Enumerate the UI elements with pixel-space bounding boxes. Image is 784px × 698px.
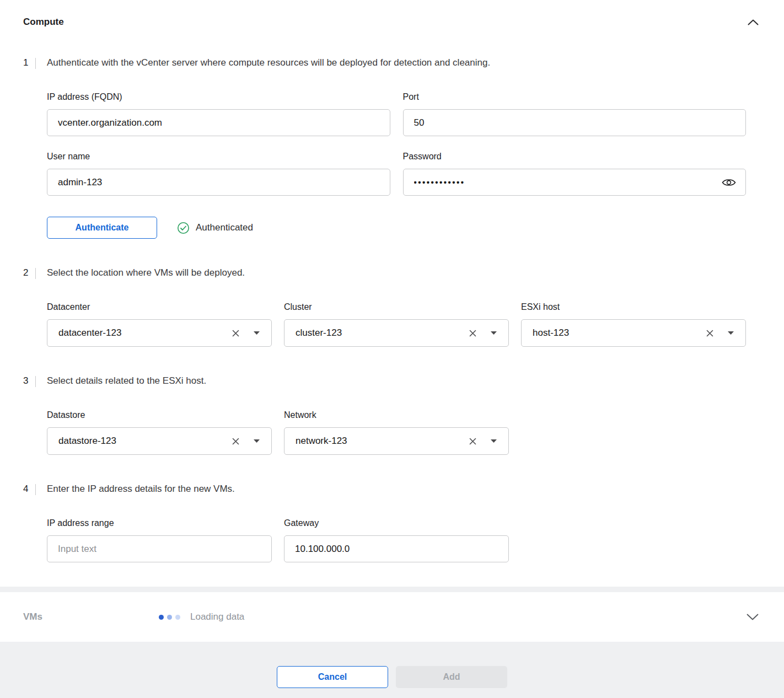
network-combobox[interactable]: network-123 (284, 427, 509, 455)
step-divider (35, 484, 36, 495)
cluster-field: Cluster cluster-123 (284, 302, 509, 347)
clear-selection-button[interactable] (466, 327, 479, 340)
section-title: Compute (23, 17, 64, 28)
compute-section-header: Compute (23, 17, 761, 28)
chevron-down-icon (747, 614, 759, 620)
step-description: Select the location where VMs will be de… (47, 267, 245, 278)
check-circle-icon (177, 222, 190, 234)
password-input[interactable] (403, 169, 747, 196)
combobox-value: network-123 (296, 436, 466, 447)
clear-x-icon (469, 329, 477, 337)
authenticate-button[interactable]: Authenticate (47, 217, 157, 239)
step-number: 4 (23, 484, 35, 495)
loading-dot (175, 615, 180, 620)
step-divider (35, 268, 36, 279)
add-button[interactable]: Add (396, 666, 507, 688)
vms-section-title: VMs (23, 611, 159, 622)
port-field: Port (403, 92, 747, 136)
step-divider (35, 376, 36, 387)
compute-section: Compute 1 Authenticate with the vCenter … (0, 0, 784, 587)
port-label: Port (403, 92, 747, 102)
step-number: 3 (23, 375, 35, 386)
chevron-down-icon[interactable] (251, 329, 262, 337)
chevron-down-icon[interactable] (251, 437, 262, 445)
datacenter-combobox[interactable]: datacenter-123 (47, 319, 272, 347)
ip-range-label: IP address range (47, 518, 272, 528)
esxi-host-combobox[interactable]: host-123 (521, 319, 746, 347)
ip-range-input[interactable] (47, 535, 272, 562)
combobox-value: cluster-123 (296, 327, 466, 339)
combobox-value: datastore-123 (58, 436, 229, 447)
step-number: 2 (23, 267, 35, 278)
clear-x-icon (469, 437, 477, 445)
ip-address-label: IP address (FQDN) (47, 92, 390, 102)
datacenter-field: Datacenter datacenter-123 (47, 302, 272, 347)
footer-actions: Cancel Add (0, 648, 784, 698)
eye-icon (722, 178, 736, 187)
cluster-label: Cluster (284, 302, 509, 312)
auth-status-text: Authenticated (196, 222, 253, 233)
step-description: Enter the IP address details for the new… (47, 484, 235, 495)
esxi-host-field: ESXi host host-123 (521, 302, 746, 347)
ip-address-input[interactable] (47, 109, 390, 136)
clear-selection-button[interactable] (229, 435, 242, 448)
step-location: 2 Select the location where VMs will be … (23, 267, 761, 347)
username-input[interactable] (47, 169, 390, 196)
step-heading: 2 Select the location where VMs will be … (23, 267, 761, 279)
gateway-label: Gateway (284, 518, 509, 528)
step-ip-details: 4 Enter the IP address details for the n… (23, 484, 761, 562)
password-label: Password (403, 152, 747, 162)
step-description: Authenticate with the vCenter server whe… (47, 57, 490, 68)
datacenter-label: Datacenter (47, 302, 272, 312)
chevron-down-icon[interactable] (725, 329, 737, 337)
step-divider (35, 58, 36, 69)
chevron-down-icon[interactable] (488, 329, 500, 337)
step-heading: 4 Enter the IP address details for the n… (23, 484, 761, 495)
clear-x-icon (232, 329, 240, 337)
step-heading: 1 Authenticate with the vCenter server w… (23, 57, 761, 69)
esxi-host-label: ESXi host (521, 302, 746, 312)
collapse-section-button[interactable] (745, 17, 761, 28)
chevron-down-icon[interactable] (488, 437, 500, 445)
clear-x-icon (232, 437, 240, 445)
network-field: Network network-123 (284, 410, 509, 455)
network-label: Network (284, 410, 509, 420)
cluster-combobox[interactable]: cluster-123 (284, 319, 509, 347)
auth-status: Authenticated (177, 222, 253, 234)
loading-indicator: Loading data (159, 611, 244, 622)
datastore-field: Datastore datastore-123 (47, 410, 272, 455)
gateway-input[interactable] (284, 535, 509, 562)
clear-selection-button[interactable] (704, 327, 716, 340)
show-password-button[interactable] (719, 175, 738, 189)
page: Compute 1 Authenticate with the vCenter … (0, 0, 784, 698)
ip-range-field: IP address range (47, 518, 272, 562)
step-number: 1 (23, 57, 35, 68)
combobox-value: datacenter-123 (58, 327, 229, 339)
chevron-up-icon (748, 19, 759, 25)
username-field: User name (47, 152, 390, 196)
loading-dot (167, 615, 172, 620)
datastore-combobox[interactable]: datastore-123 (47, 427, 272, 455)
loading-text: Loading data (190, 611, 244, 622)
step-authenticate: 1 Authenticate with the vCenter server w… (23, 57, 761, 239)
username-label: User name (47, 152, 390, 162)
cancel-button[interactable]: Cancel (277, 666, 388, 688)
step-heading: 3 Select details related to the ESXi hos… (23, 375, 761, 387)
clear-x-icon (706, 329, 714, 337)
gateway-field: Gateway (284, 518, 509, 562)
datastore-label: Datastore (47, 410, 272, 420)
expand-vms-button[interactable] (744, 611, 761, 622)
vms-section: VMs Loading data (0, 592, 784, 642)
clear-selection-button[interactable] (229, 327, 242, 340)
clear-selection-button[interactable] (466, 435, 479, 448)
step-description: Select details related to the ESXi host. (47, 375, 206, 386)
ip-address-field: IP address (FQDN) (47, 92, 390, 136)
password-field: Password (403, 152, 747, 196)
step-host-details: 3 Select details related to the ESXi hos… (23, 375, 761, 455)
port-input[interactable] (403, 109, 747, 136)
loading-dot (159, 615, 164, 620)
combobox-value: host-123 (533, 327, 704, 339)
